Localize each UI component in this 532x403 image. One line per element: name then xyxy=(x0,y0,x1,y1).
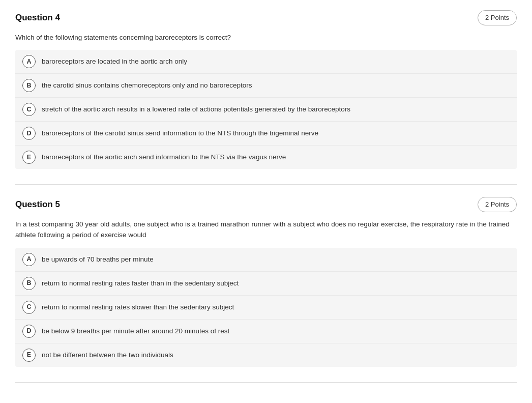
question-4-text: Which of the following statements concer… xyxy=(15,33,517,43)
question-4-option-e[interactable]: E baroreceptors of the aortic arch send … xyxy=(15,146,517,169)
option-c-text-q5: return to normal resting rates slower th… xyxy=(42,302,234,312)
option-b-text: the carotid sinus contains chemoreceptor… xyxy=(42,80,252,91)
question-5-text: In a test comparing 30 year old adults, … xyxy=(15,219,517,241)
option-b-circle-q5: B xyxy=(22,277,36,290)
option-c-circle-q5: C xyxy=(22,301,36,314)
question-4-block: Question 4 2 Points Which of the followi… xyxy=(15,10,517,169)
question-5-header: Question 5 2 Points xyxy=(15,197,517,212)
option-b-text-q5: return to normal resting rates faster th… xyxy=(42,278,239,289)
option-d-text: baroreceptors of the carotid sinus send … xyxy=(42,128,318,138)
option-a-circle: A xyxy=(22,55,36,68)
bottom-divider xyxy=(15,382,517,383)
question-4-points: 2 Points xyxy=(478,10,517,25)
question-5-option-c[interactable]: C return to normal resting rates slower … xyxy=(15,296,517,320)
question-4-option-d[interactable]: D baroreceptors of the carotid sinus sen… xyxy=(15,122,517,146)
question-divider xyxy=(15,184,517,185)
question-4-option-a[interactable]: A baroreceptors are located in the aorti… xyxy=(15,50,517,74)
option-d-circle: D xyxy=(22,127,36,140)
question-5-option-e[interactable]: E not be different between the two indiv… xyxy=(15,343,517,367)
option-e-circle: E xyxy=(22,151,36,164)
question-5-option-d[interactable]: D be below 9 breaths per minute after ar… xyxy=(15,320,517,343)
question-4-title: Question 4 xyxy=(15,11,60,24)
option-a-circle-q5: A xyxy=(22,253,36,266)
question-4-options: A baroreceptors are located in the aorti… xyxy=(15,50,517,169)
question-5-block: Question 5 2 Points In a test comparing … xyxy=(15,197,517,366)
option-e-text-q5: not be different between the two individ… xyxy=(42,350,173,360)
question-4-option-b[interactable]: B the carotid sinus contains chemorecept… xyxy=(15,74,517,98)
question-5-options: A be upwards of 70 breaths per minute B … xyxy=(15,248,517,367)
option-d-circle-q5: D xyxy=(22,325,36,338)
option-b-circle: B xyxy=(22,79,36,92)
option-d-text-q5: be below 9 breaths per minute after arou… xyxy=(42,326,229,336)
option-e-text: baroreceptors of the aortic arch send in… xyxy=(42,152,286,162)
question-5-title: Question 5 xyxy=(15,198,60,211)
question-5-points: 2 Points xyxy=(478,197,517,212)
question-4-option-c[interactable]: C stretch of the aortic arch results in … xyxy=(15,98,517,122)
option-c-text: stretch of the aortic arch results in a … xyxy=(42,104,350,114)
option-c-circle: C xyxy=(22,103,36,116)
question-4-header: Question 4 2 Points xyxy=(15,10,517,25)
question-5-option-a[interactable]: A be upwards of 70 breaths per minute xyxy=(15,248,517,272)
option-a-text-q5: be upwards of 70 breaths per minute xyxy=(42,254,154,265)
option-a-text: baroreceptors are located in the aortic … xyxy=(42,56,187,67)
question-5-option-b[interactable]: B return to normal resting rates faster … xyxy=(15,272,517,296)
page-container: Question 4 2 Points Which of the followi… xyxy=(0,0,532,403)
option-e-circle-q5: E xyxy=(22,349,36,362)
